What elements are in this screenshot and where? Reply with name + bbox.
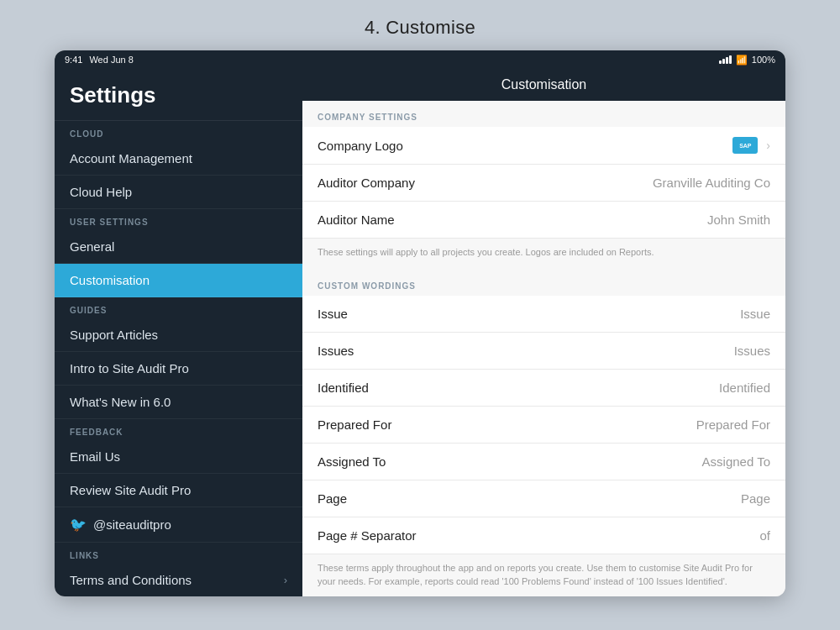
twitter-handle: @siteauditpro bbox=[93, 517, 171, 532]
company-settings-label: COMPANY SETTINGS bbox=[302, 101, 785, 127]
bar2 bbox=[722, 59, 725, 64]
company-logo-value: SAP › bbox=[732, 137, 770, 154]
twitter-icon: 🐦 bbox=[70, 517, 87, 533]
main-header-title: Customisation bbox=[319, 77, 769, 92]
custom-wordings-section: CUSTOM WORDINGS Issue Issue Issues Issue… bbox=[302, 270, 785, 597]
time: 9:41 bbox=[65, 55, 82, 65]
email-us-label: Email Us bbox=[70, 449, 120, 464]
prepared-for-value: Prepared For bbox=[696, 417, 770, 432]
identified-value: Identified bbox=[719, 381, 770, 395]
section-label-guides: GUIDES bbox=[55, 297, 302, 318]
issue-row[interactable]: Issue Issue bbox=[302, 296, 785, 333]
page-separator-value: of bbox=[759, 528, 770, 543]
sidebar-item-email-us[interactable]: Email Us bbox=[55, 440, 302, 474]
auditor-company-label: Auditor Company bbox=[318, 176, 415, 190]
page-separator-row[interactable]: Page # Separator of bbox=[302, 517, 785, 554]
sidebar-item-whats-new[interactable]: What's New in 6.0 bbox=[55, 386, 302, 419]
identified-row[interactable]: Identified Identified bbox=[302, 370, 785, 407]
terms-label: Terms and Conditions bbox=[70, 573, 192, 587]
page-separator-label: Page # Separator bbox=[318, 528, 417, 543]
company-settings-info: These settings will apply to all project… bbox=[302, 239, 785, 270]
sidebar-item-general[interactable]: General bbox=[55, 230, 302, 264]
issues-value: Issues bbox=[734, 344, 770, 358]
cloud-help-label: Cloud Help bbox=[70, 185, 132, 199]
sidebar-item-intro[interactable]: Intro to Site Audit Pro bbox=[55, 352, 302, 386]
page-row[interactable]: Page Page bbox=[302, 480, 785, 517]
prepared-for-label: Prepared For bbox=[318, 417, 391, 432]
battery: 100% bbox=[752, 55, 775, 65]
support-articles-label: Support Articles bbox=[70, 328, 158, 342]
date: Wed Jun 8 bbox=[89, 55, 133, 65]
custom-wordings-label: CUSTOM WORDINGS bbox=[302, 270, 785, 296]
sidebar-item-customisation[interactable]: Customisation bbox=[55, 264, 302, 297]
logo-badge-text: SAP bbox=[739, 143, 751, 149]
page-value: Page bbox=[741, 491, 770, 506]
twitter-row: 🐦 @siteauditpro bbox=[70, 517, 171, 533]
auditor-name-value: John Smith bbox=[707, 213, 770, 227]
assigned-to-row[interactable]: Assigned To Assigned To bbox=[302, 444, 785, 480]
wifi-icon: 📶 bbox=[736, 55, 748, 66]
company-logo-label: Company Logo bbox=[318, 139, 403, 153]
issues-label: Issues bbox=[318, 344, 354, 358]
issues-row[interactable]: Issues Issues bbox=[302, 333, 785, 370]
ipad-frame: 9:41 Wed Jun 8 📶 100% Settings CLOUD Acc… bbox=[55, 50, 785, 596]
issue-label: Issue bbox=[318, 307, 348, 321]
company-logo-chevron-icon: › bbox=[766, 139, 770, 152]
app-container: Settings CLOUD Account Management Cloud … bbox=[55, 69, 785, 596]
auditor-name-row[interactable]: Auditor Name John Smith bbox=[302, 202, 785, 239]
review-label: Review Site Audit Pro bbox=[70, 483, 191, 497]
custom-wordings-info: These terms apply throughout the app and… bbox=[302, 554, 785, 597]
prepared-for-row[interactable]: Prepared For Prepared For bbox=[302, 407, 785, 444]
section-label-user-settings: USER SETTINGS bbox=[55, 209, 302, 230]
sidebar-item-twitter[interactable]: 🐦 @siteauditpro bbox=[55, 507, 302, 543]
company-logo-row[interactable]: Company Logo SAP › bbox=[302, 127, 785, 165]
sidebar: Settings CLOUD Account Management Cloud … bbox=[55, 69, 302, 596]
whats-new-label: What's New in 6.0 bbox=[70, 395, 171, 409]
sidebar-item-terms[interactable]: Terms and Conditions › bbox=[55, 564, 302, 596]
issue-value: Issue bbox=[740, 307, 770, 321]
terms-chevron-icon: › bbox=[284, 574, 287, 586]
page-title: 4. Customise bbox=[365, 17, 475, 39]
auditor-company-value: Granville Auditing Co bbox=[653, 176, 770, 190]
bar3 bbox=[726, 57, 728, 64]
logo-badge: SAP bbox=[732, 137, 758, 154]
bar4 bbox=[729, 55, 732, 64]
account-management-label: Account Management bbox=[70, 151, 192, 165]
main-header: Customisation bbox=[302, 69, 785, 101]
assigned-to-value: Assigned To bbox=[702, 454, 770, 469]
sidebar-item-support-articles[interactable]: Support Articles bbox=[55, 318, 302, 352]
general-label: General bbox=[70, 239, 114, 254]
identified-label: Identified bbox=[318, 381, 369, 395]
auditor-name-label: Auditor Name bbox=[318, 213, 395, 227]
sidebar-item-account-management[interactable]: Account Management bbox=[55, 142, 302, 176]
company-settings-section: COMPANY SETTINGS Company Logo SAP › Audi… bbox=[302, 101, 785, 270]
sidebar-title: Settings bbox=[70, 82, 287, 108]
section-label-cloud: CLOUD bbox=[55, 121, 302, 142]
section-label-links: LINKS bbox=[55, 543, 302, 564]
page-label: Page bbox=[318, 491, 347, 506]
assigned-to-label: Assigned To bbox=[318, 454, 386, 469]
section-label-feedback: FEEDBACK bbox=[55, 419, 302, 440]
auditor-company-row[interactable]: Auditor Company Granville Auditing Co bbox=[302, 165, 785, 202]
sidebar-header: Settings bbox=[55, 69, 302, 121]
main-content: Customisation COMPANY SETTINGS Company L… bbox=[302, 69, 785, 596]
status-right: 📶 100% bbox=[719, 55, 775, 66]
customisation-label: Customisation bbox=[70, 273, 150, 287]
status-bar: 9:41 Wed Jun 8 📶 100% bbox=[55, 50, 785, 69]
intro-label: Intro to Site Audit Pro bbox=[70, 361, 189, 375]
bar1 bbox=[719, 60, 722, 64]
status-left: 9:41 Wed Jun 8 bbox=[65, 55, 134, 65]
signal-bars bbox=[719, 55, 732, 64]
sidebar-item-cloud-help[interactable]: Cloud Help bbox=[55, 176, 302, 209]
sidebar-item-review[interactable]: Review Site Audit Pro bbox=[55, 474, 302, 507]
